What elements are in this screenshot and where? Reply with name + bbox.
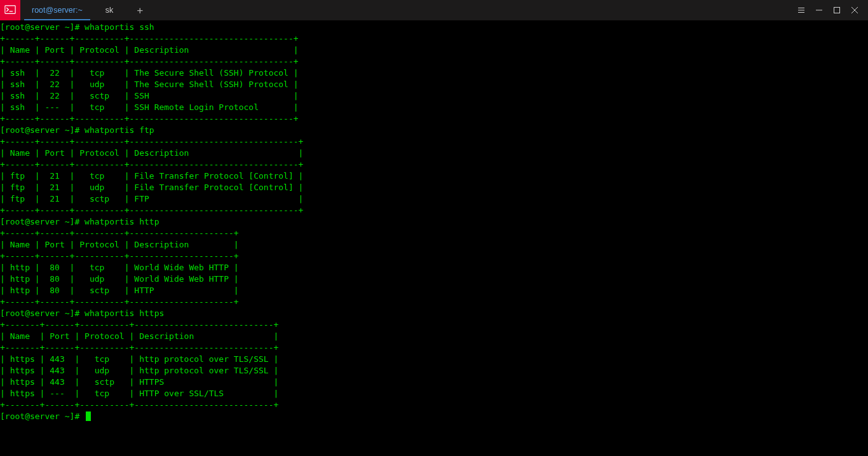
svg-rect-0 xyxy=(5,6,15,14)
close-button[interactable] xyxy=(850,6,859,15)
tab-label: root@server:~ xyxy=(32,6,83,15)
terminal-body[interactable]: [root@server ~]# whatportis ssh +------+… xyxy=(0,20,868,456)
new-tab-button[interactable]: + xyxy=(130,0,150,20)
titlebar: root@server:~ sk + xyxy=(0,0,868,20)
app-icon xyxy=(0,0,20,20)
tab-sk[interactable]: sk xyxy=(94,0,125,20)
hamburger-icon[interactable] xyxy=(797,6,806,15)
maximize-button[interactable] xyxy=(832,6,841,15)
cursor xyxy=(86,411,91,421)
tab-root-server[interactable]: root@server:~ xyxy=(20,0,94,20)
minimize-button[interactable] xyxy=(815,6,824,15)
plus-icon: + xyxy=(137,4,143,17)
terminal-icon xyxy=(4,4,16,16)
svg-rect-6 xyxy=(834,8,840,13)
window-controls xyxy=(788,0,868,20)
tab-label: sk xyxy=(105,6,114,15)
